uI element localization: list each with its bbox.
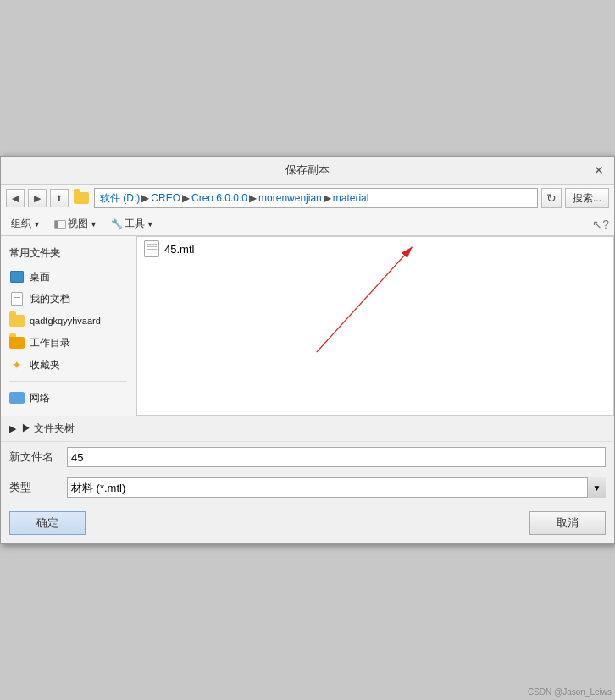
- sidebar: 常用文件夹 桌面 我的文档 qadtgkqyyhvaard: [1, 236, 136, 416]
- path-segment-0[interactable]: 软件 (D:): [100, 191, 140, 206]
- type-select-wrapper: 材料 (*.mtl) ▼: [67, 477, 606, 498]
- file-doc-icon: [144, 240, 159, 257]
- docs-icon: [9, 291, 25, 306]
- toolbar: 组织 ▼ 视图 ▼ 🔧 工具 ▼ ↖?: [1, 212, 614, 236]
- filename-label: 新文件名: [9, 449, 60, 465]
- sidebar-item-network[interactable]: 网络: [1, 387, 136, 409]
- svg-line-1: [317, 247, 413, 352]
- folder-icon: [72, 189, 91, 207]
- back-button[interactable]: ◀: [6, 189, 25, 207]
- dialog-title: 保存副本: [25, 163, 590, 178]
- folder-tree-label: ▶ 文件夹树: [21, 422, 75, 436]
- folder-tree-toggle[interactable]: ▶ ▶ 文件夹树: [1, 416, 614, 442]
- help-button[interactable]: ↖?: [592, 218, 609, 231]
- path-segment-material[interactable]: material: [333, 192, 369, 204]
- sidebar-item-mydocs[interactable]: 我的文档: [1, 288, 136, 310]
- save-copy-dialog: 保存副本 ✕ ◀ ▶ ⬆ 软件 (D:) ▶ CREO ▶ Creo 6.0.0…: [0, 156, 615, 544]
- sidebar-item-qadtg[interactable]: qadtgkqyyhvaard: [1, 310, 136, 332]
- filename-row: 新文件名: [1, 442, 614, 472]
- sidebar-section-title: 常用文件夹: [1, 243, 136, 266]
- organize-button[interactable]: 组织 ▼: [6, 215, 46, 233]
- network-icon: [9, 390, 25, 405]
- annotation-arrow: [137, 237, 613, 415]
- sidebar-divider: [9, 381, 127, 382]
- watermark-text: CSDN @Jason_Leiws: [528, 687, 612, 697]
- bottom-section: ▶ ▶ 文件夹树 新文件名 类型 材料 (*.mtl) ▼ 确定 取消 CSDN…: [1, 416, 614, 543]
- confirm-button[interactable]: 确定: [9, 511, 86, 535]
- sidebar-item-desktop[interactable]: 桌面: [1, 266, 136, 288]
- desktop-icon: [9, 269, 25, 284]
- search-button[interactable]: 搜索...: [565, 188, 609, 208]
- forward-button[interactable]: ▶: [28, 189, 47, 207]
- address-path[interactable]: 软件 (D:) ▶ CREO ▶ Creo 6.0.0.0 ▶ morenwen…: [94, 188, 538, 208]
- title-bar: 保存副本 ✕: [1, 157, 614, 185]
- tools-icon: 🔧: [111, 218, 123, 229]
- path-segment-creo[interactable]: CREO: [151, 192, 180, 204]
- main-content: 常用文件夹 桌面 我的文档 qadtgkqyyhvaard: [1, 236, 614, 416]
- type-select[interactable]: 材料 (*.mtl): [67, 477, 606, 498]
- close-button[interactable]: ✕: [590, 162, 607, 179]
- view-icon: [54, 220, 66, 229]
- star-icon: ✦: [9, 357, 25, 372]
- folder-tree-icon: ▶: [9, 423, 16, 434]
- button-row: 确定 取消 CSDN @Jason_Leiws: [1, 503, 614, 543]
- address-bar: ◀ ▶ ⬆ 软件 (D:) ▶ CREO ▶ Creo 6.0.0.0 ▶ mo…: [1, 185, 614, 212]
- sidebar-item-workdir[interactable]: 工作目录: [1, 332, 136, 354]
- filename-input[interactable]: [67, 447, 606, 467]
- refresh-button[interactable]: ↻: [541, 188, 562, 208]
- sidebar-item-favorites[interactable]: ✦ 收藏夹: [1, 354, 136, 376]
- tools-button[interactable]: 🔧 工具 ▼: [106, 215, 159, 233]
- path-segment-moren[interactable]: morenwenjian: [258, 192, 322, 204]
- cancel-button[interactable]: 取消: [529, 511, 606, 535]
- folder-icon-qadtg: [9, 313, 25, 328]
- file-item-0[interactable]: 45.mtl: [137, 237, 613, 261]
- type-row: 类型 材料 (*.mtl) ▼: [1, 472, 614, 503]
- view-button[interactable]: 视图 ▼: [49, 215, 102, 233]
- folder-icon-workdir: [9, 335, 25, 350]
- path-segment-version[interactable]: Creo 6.0.0.0: [191, 192, 247, 204]
- file-area[interactable]: 45.mtl: [136, 236, 614, 416]
- type-label: 类型: [9, 480, 60, 495]
- up-button[interactable]: ⬆: [50, 189, 69, 207]
